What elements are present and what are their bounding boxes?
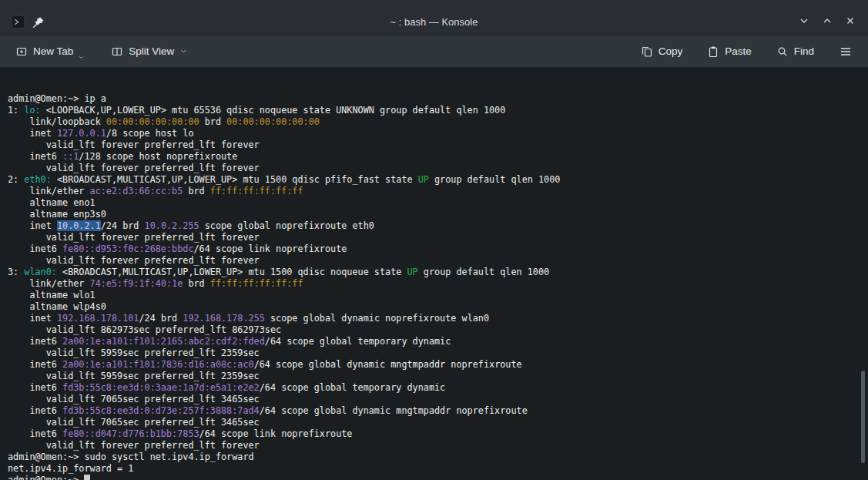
terminal-line: inet6 fe80::d047:d776:b1bb:7853/64 scope…: [8, 428, 860, 440]
terminal-text-segment: <LOOPBACK,UP,LOWER_UP> mtu 65536 qdisc n…: [41, 105, 506, 116]
terminal-text-segment: valid_lft 7065sec preferred_lft 3465sec: [8, 417, 260, 428]
terminal-line: inet6 2a00:1e:a101:f101:7836:d16:a08c:ac…: [8, 359, 860, 371]
paste-button[interactable]: Paste: [704, 44, 755, 59]
split-view-icon: [111, 45, 123, 58]
terminal-text-segment: ::1: [62, 151, 79, 162]
terminal-text-segment: inet6: [8, 336, 62, 347]
new-tab-dropdown-arrow[interactable]: [78, 54, 85, 61]
terminal-text-segment: 10.0.2.255: [145, 220, 199, 231]
close-button[interactable]: [842, 12, 859, 29]
minimize-button[interactable]: [796, 12, 813, 29]
terminal-text-segment: inet6: [8, 243, 62, 254]
terminal-line: net.ipv4.ip_forward = 1: [8, 463, 860, 475]
terminal-line: inet6 2a00:1e:a101:f101:2165:abc2:cdf2:f…: [8, 336, 860, 347]
terminal-line: valid_lft 5959sec preferred_lft 2359sec: [8, 347, 860, 359]
terminal-text-segment: link/ether: [8, 278, 90, 289]
chevron-up-icon: [820, 14, 834, 28]
terminal-text-segment: altname wlo1: [8, 290, 96, 300]
pin-icon[interactable]: [32, 16, 45, 29]
terminal-text-segment: valid_lft forever preferred_lft forever: [8, 139, 260, 150]
terminal-line: altname eno1: [8, 197, 860, 209]
terminal-text-segment: ff:ff:ff:ff:ff:ff: [210, 278, 303, 289]
split-view-label: Split View: [129, 45, 174, 57]
terminal-text-segment: admin@Omen:~> ip a: [8, 93, 106, 104]
find-button[interactable]: Find: [773, 44, 817, 59]
terminal-text-segment: brd: [183, 186, 210, 196]
new-tab-button[interactable]: New Tab: [12, 44, 88, 59]
terminal-text-segment: /64 scope link noprefixroute: [194, 243, 347, 254]
terminal-text-segment: valid_lft 5959sec preferred_lft 2359sec: [8, 371, 260, 381]
terminal-text-segment: 2:: [8, 174, 24, 185]
terminal-text-segment: valid_lft 5959sec preferred_lft 2359sec: [8, 347, 260, 358]
terminal-text-segment: valid_lft forever preferred_lft forever: [8, 232, 260, 243]
terminal-line: valid_lft forever preferred_lft forever: [8, 163, 860, 174]
copy-button[interactable]: Copy: [638, 44, 686, 59]
maximize-button[interactable]: [819, 12, 836, 29]
chevron-down-icon: [797, 14, 811, 28]
terminal-text-segment: /128 scope host noprefixroute: [79, 151, 237, 162]
terminal-text-segment: valid_lft 7065sec preferred_lft 3465sec: [8, 394, 260, 404]
terminal-text-segment: 74:e5:f9:1f:40:1e: [90, 278, 183, 289]
terminal-line: admin@Omen:~>: [8, 475, 860, 480]
terminal-text-segment: inet6: [8, 151, 62, 162]
terminal-text-segment: altname enp3s0: [8, 209, 106, 220]
terminal-text-segment: <BROADCAST,MULTICAST,UP,LOWER_UP> mtu 15…: [52, 174, 418, 185]
terminal-line: valid_lft 7065sec preferred_lft 3465sec: [8, 417, 860, 428]
terminal-text-segment: 3:: [8, 267, 24, 277]
terminal-text-segment: 10.0.2.1: [57, 220, 101, 231]
terminal-text-segment: UP: [407, 267, 418, 277]
terminal-text-segment: /8 scope host lo: [106, 128, 194, 139]
terminal-text-segment: altname eno1: [8, 197, 96, 208]
terminal-output[interactable]: admin@Omen:~> ip a1: lo: <LOOPBACK,UP,LO…: [0, 68, 868, 480]
terminal-text-segment: valid_lft forever preferred_lft forever: [8, 255, 260, 266]
terminal-text-segment: 00:00:00:00:00:00: [106, 116, 199, 127]
terminal-text-segment: inet: [8, 128, 57, 139]
terminal-line: link/loopback 00:00:00:00:00:00 brd 00:0…: [8, 116, 860, 128]
terminal-text-segment: inet6: [8, 382, 62, 393]
close-icon: [843, 14, 857, 28]
terminal-text-segment: valid_lft forever preferred_lft forever: [8, 163, 260, 173]
terminal-text-segment: 127.0.0.1: [57, 128, 106, 139]
menu-button[interactable]: [836, 43, 856, 60]
terminal-text-segment: /64 scope global temporary dynamic: [260, 382, 445, 393]
terminal-text-segment: 192.168.178.101: [57, 313, 139, 324]
new-tab-label: New Tab: [33, 45, 73, 57]
terminal-line: valid_lft 862973sec preferred_lft 862973…: [8, 324, 860, 336]
split-view-dropdown-arrow[interactable]: [179, 47, 188, 55]
terminal-text-segment: admin@Omen:~> sudo sysctl net.ipv4.ip_fo…: [8, 451, 254, 462]
terminal-line: valid_lft forever preferred_lft forever: [8, 440, 860, 451]
paste-icon: [707, 45, 719, 58]
terminal-cursor: [84, 475, 89, 480]
titlebar[interactable]: ~ : bash — Konsole: [0, 0, 868, 35]
terminal-text-segment: link/ether: [8, 186, 90, 196]
terminal-line: link/ether 74:e5:f9:1f:40:1e brd ff:ff:f…: [8, 278, 860, 290]
terminal-line: inet6 ::1/128 scope host noprefixroute: [8, 151, 860, 163]
terminal-line: admin@Omen:~> ip a: [8, 93, 860, 105]
terminal-text-segment: fe80::d953:f0c:268e:bbdc: [62, 243, 193, 254]
terminal-text-segment: net.ipv4.ip_forward = 1: [8, 463, 133, 474]
scrollbar[interactable]: [861, 371, 865, 463]
hamburger-menu-icon: [839, 45, 853, 59]
terminal-line: 2: eth0: <BROADCAST,MULTICAST,UP,LOWER_U…: [8, 174, 860, 186]
terminal-text-segment: eth0:: [24, 174, 52, 185]
terminal-line: inet 10.0.2.1/24 brd 10.0.2.255 scope gl…: [8, 220, 860, 232]
terminal-text-segment: /64 scope global dynamic mngtmpaddr nopr…: [254, 359, 522, 370]
terminal-text-segment: 2a00:1e:a101:f101:7836:d16:a08c:ac0: [62, 359, 254, 370]
terminal-text-segment: 00:00:00:00:00:00: [226, 116, 320, 127]
terminal-text-segment: UP: [418, 174, 429, 185]
terminal-text-segment: /64 scope link noprefixroute: [199, 428, 353, 439]
search-icon: [776, 45, 789, 58]
terminal-text-segment: 192.168.178.255: [183, 313, 265, 324]
terminal-text-segment: scope global noprefixroute eth0: [199, 220, 374, 231]
terminal-line: inet6 fe80::d953:f0c:268e:bbdc/64 scope …: [8, 243, 860, 255]
terminal-line: 1: lo: <LOOPBACK,UP,LOWER_UP> mtu 65536 …: [8, 105, 860, 116]
terminal-text-segment: wlan0:: [24, 267, 57, 277]
terminal-line: inet6 fd3b:55c8:ee3d:0:3aae:1a7d:e5a1:e2…: [8, 382, 860, 394]
copy-label: Copy: [659, 45, 683, 57]
terminal-text-segment: fe80::d047:d776:b1bb:7853: [62, 428, 199, 439]
terminal-text-segment: inet6: [8, 359, 62, 370]
split-view-button[interactable]: Split View: [108, 44, 191, 59]
terminal-text-segment: fd3b:55c8:ee3d:0:3aae:1a7d:e5a1:e2e2: [62, 382, 260, 393]
terminal-text-segment: inet6: [8, 428, 62, 439]
terminal-line: admin@Omen:~> sudo sysctl net.ipv4.ip_fo…: [8, 451, 860, 463]
